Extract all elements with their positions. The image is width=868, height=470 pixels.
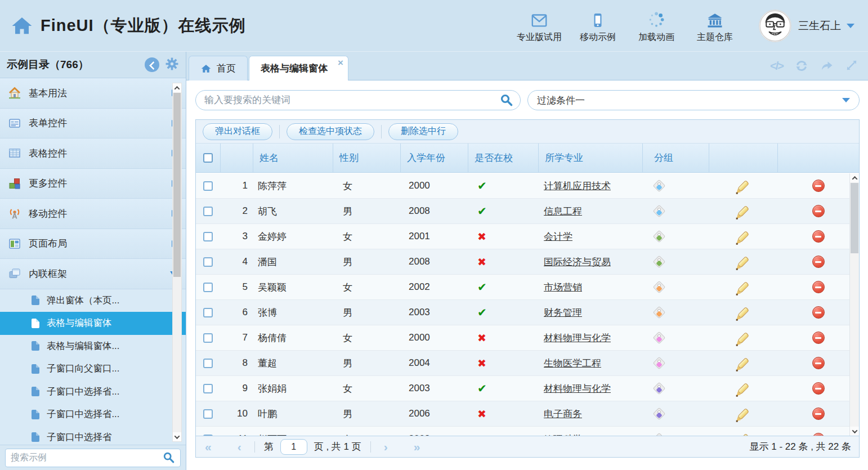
delete-icon[interactable] [812, 205, 825, 217]
major-link[interactable]: 会计学 [544, 230, 572, 243]
sidebar-subitem[interactable]: 子窗口向父窗口... [0, 357, 186, 381]
header-group[interactable]: 分组 [642, 144, 709, 172]
table-row[interactable]: 11 赵丽丽 女 2002 ✔ ✖ 管理科学 [196, 427, 859, 436]
table-row[interactable]: 10 叶鹏 男 2006 ✔ ✖ 电子商务 [196, 401, 859, 427]
scroll-down-icon[interactable] [850, 427, 859, 436]
sidebar-item-page-layout[interactable]: 页面布局 [0, 229, 186, 259]
nav-loading-animation[interactable]: 加载动画 [627, 8, 686, 43]
delete-icon[interactable] [812, 306, 825, 319]
keyword-search-input[interactable] [204, 95, 500, 106]
search-icon[interactable] [500, 93, 513, 107]
sidebar-subitem[interactable]: 子窗口中选择省... [0, 403, 186, 426]
sidebar-search-box[interactable] [5, 449, 181, 467]
next-page-icon[interactable]: › [384, 441, 388, 453]
edit-pencil-icon[interactable] [737, 180, 749, 191]
row-checkbox[interactable] [203, 181, 213, 191]
last-page-icon[interactable]: » [414, 441, 420, 453]
sidebar-item-basic-usage[interactable]: 基本用法 [0, 78, 186, 109]
major-link[interactable]: 财务管理 [544, 306, 582, 319]
table-row[interactable]: 6 张博 男 2003 ✔ ✖ 财务管理 [196, 300, 859, 325]
filter-dropdown[interactable]: 过滤条件一 [527, 90, 860, 110]
major-link[interactable]: 计算机应用技术 [544, 180, 611, 193]
edit-pencil-icon[interactable] [737, 332, 749, 343]
table-row[interactable]: 7 杨倩倩 女 2000 ✔ ✖ 材料物理与化学 [196, 325, 859, 351]
row-checkbox[interactable] [203, 409, 213, 419]
sidebar-subitem[interactable]: 弹出窗体（本页... [0, 289, 186, 312]
user-menu[interactable]: 三生石上 [759, 10, 854, 42]
sidebar-item-mobile-controls[interactable]: 移动控件 [0, 199, 186, 229]
header-year[interactable]: 入学年份 [400, 144, 468, 172]
table-row[interactable]: 4 潘国 男 2008 ✔ ✖ 国际经济与贸易 [196, 249, 859, 275]
scroll-up-icon[interactable] [850, 173, 859, 182]
page-number-input[interactable] [280, 439, 307, 455]
tab-home[interactable]: 首页 [189, 56, 248, 80]
row-checkbox[interactable] [203, 384, 213, 393]
row-checkbox[interactable] [203, 283, 213, 292]
row-checkbox[interactable] [203, 232, 213, 241]
select-all-checkbox[interactable] [203, 153, 213, 163]
major-link[interactable]: 市场营销 [544, 281, 582, 294]
delete-icon[interactable] [812, 382, 825, 395]
sidebar-subitem[interactable]: 子窗口中选择省... [0, 381, 186, 404]
row-checkbox[interactable] [203, 257, 213, 267]
delete-icon[interactable] [812, 357, 825, 369]
edit-pencil-icon[interactable] [737, 357, 749, 369]
scrollbar-thumb[interactable] [851, 183, 858, 253]
header-name[interactable]: 姓名 [253, 144, 333, 172]
sidebar-search-input[interactable] [11, 453, 163, 463]
delete-icon[interactable] [812, 180, 825, 192]
sidebar-subitem[interactable]: 子窗口中选择省 [0, 426, 186, 445]
nav-mobile-demo[interactable]: 移动示例 [569, 8, 627, 43]
share-icon[interactable] [820, 59, 834, 73]
table-row[interactable]: 9 张娟娟 女 2003 ✔ ✖ 材料物理与化学 [196, 376, 859, 401]
scrollbar-thumb[interactable] [173, 93, 181, 277]
table-row[interactable]: 3 金婷婷 女 2001 ✔ ✖ 会计学 [196, 224, 859, 249]
sidebar-item-more-controls[interactable]: 更多控件 [0, 169, 186, 199]
app-home-icon[interactable] [11, 15, 33, 37]
search-icon[interactable] [163, 451, 175, 464]
keyword-search-field[interactable] [195, 90, 521, 110]
edit-pencil-icon[interactable] [737, 382, 749, 394]
major-link[interactable]: 生物医学工程 [544, 357, 601, 370]
delete-icon[interactable] [812, 256, 825, 268]
header-enrolled[interactable]: 是否在校 [468, 144, 538, 172]
major-link[interactable]: 材料物理与化学 [544, 382, 611, 395]
major-link[interactable]: 电子商务 [544, 408, 582, 420]
edit-pencil-icon[interactable] [737, 408, 749, 419]
tab-table-edit-window[interactable]: 表格与编辑窗体 × [249, 56, 348, 80]
gear-icon[interactable] [165, 57, 179, 73]
major-link[interactable]: 信息工程 [544, 205, 582, 218]
edit-pencil-icon[interactable] [737, 306, 749, 318]
scroll-down-icon[interactable] [173, 432, 181, 441]
sidebar-item-iframe[interactable]: 内联框架 [0, 259, 186, 289]
table-row[interactable]: 1 陈萍萍 女 2000 ✔ ✖ 计算机应用技术 [196, 173, 859, 199]
sidebar-item-table-controls[interactable]: 表格控件 [0, 138, 186, 169]
nav-trial[interactable]: 专业版试用 [510, 8, 569, 43]
table-row[interactable]: 2 胡飞 男 2008 ✔ ✖ 信息工程 [196, 199, 859, 224]
delete-icon[interactable] [812, 408, 825, 420]
toolbar-button[interactable]: 删除选中行 [388, 123, 458, 140]
nav-theme-store[interactable]: 主题仓库 [686, 8, 744, 43]
close-icon[interactable]: × [338, 58, 343, 68]
toolbar-button[interactable]: 检查选中项状态 [287, 123, 374, 140]
table-row[interactable]: 8 董超 男 2004 ✔ ✖ 生物医学工程 [196, 351, 859, 376]
edit-pencil-icon[interactable] [737, 230, 749, 242]
row-checkbox[interactable] [203, 207, 213, 216]
first-page-icon[interactable]: « [205, 441, 212, 453]
major-link[interactable]: 国际经济与贸易 [544, 256, 611, 268]
sidebar-subitem[interactable]: 表格与编辑窗体... [0, 335, 186, 358]
scroll-up-icon[interactable] [173, 83, 181, 92]
source-code-icon[interactable]: </> [770, 60, 783, 73]
header-major[interactable]: 所学专业 [538, 144, 642, 172]
sidebar-item-form-controls[interactable]: 表单控件 [0, 109, 186, 139]
collapse-sidebar-icon[interactable] [145, 57, 159, 72]
row-checkbox[interactable] [203, 359, 213, 368]
row-checkbox[interactable] [203, 308, 213, 317]
row-checkbox[interactable] [203, 333, 213, 343]
table-row[interactable]: 5 吴颖颖 女 2002 ✔ ✖ 市场营销 [196, 275, 859, 300]
delete-icon[interactable] [812, 230, 825, 243]
sidebar-subitem[interactable]: 表格与编辑窗体 [0, 312, 186, 335]
refresh-icon[interactable] [795, 59, 808, 73]
edit-pencil-icon[interactable] [737, 256, 749, 267]
sidebar-scrollbar[interactable] [172, 83, 182, 442]
